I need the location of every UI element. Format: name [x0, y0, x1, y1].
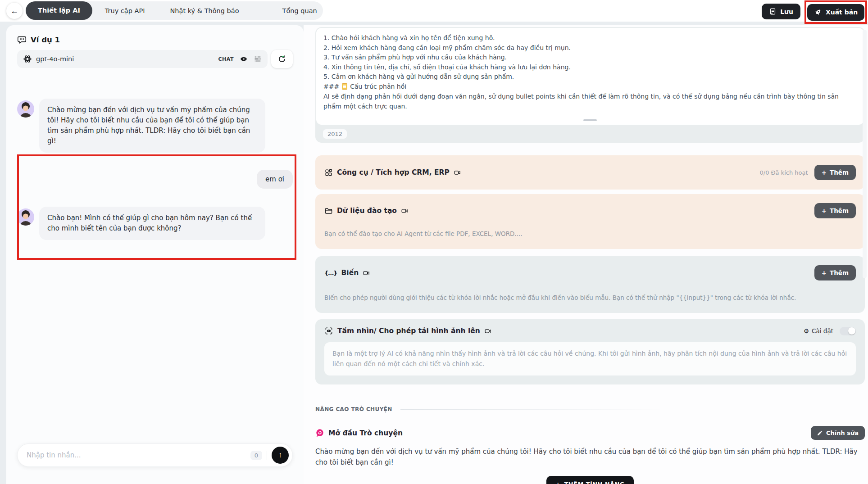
conversation-opener: Mở đầu Trò chuyện Chỉnh sửa Chào mừng bạ… — [315, 426, 865, 468]
plus-icon: + — [822, 207, 827, 214]
prompt-heading-text: Cấu trúc phản hồi — [350, 82, 406, 92]
save-icon — [769, 8, 777, 15]
add-training-data-button[interactable]: + Thêm — [814, 203, 856, 218]
eye-icon[interactable] — [240, 55, 248, 63]
assistant-avatar — [17, 208, 34, 226]
example-title: Ví dụ 1 — [31, 36, 60, 44]
gear-icon: ⚙ — [804, 327, 809, 335]
markdown-hashes: ### — [323, 82, 339, 92]
advanced-divider: NÂNG CAO TRÒ CHUYỆN — [315, 406, 865, 412]
tab-nhat-ky-thong-bao[interactable]: Nhật ký & Thông báo — [157, 7, 251, 14]
opener-message: Chào mừng bạn đến với dịch vụ tư vấn mỹ … — [315, 446, 865, 468]
config-panel: 1. Chào hỏi khách hàng và xin họ tên để … — [315, 25, 865, 484]
tab-tong-quan[interactable]: Tổng quan — [270, 7, 330, 14]
prompt-line: 4. Xin thông tin tên, địa chỉ, số điện t… — [323, 63, 857, 72]
section-title-training: Dữ liệu đào tạo — [337, 207, 397, 215]
edit-opener-button[interactable]: Chỉnh sửa — [811, 426, 865, 440]
divider-line — [400, 409, 666, 410]
assistant-avatar — [17, 100, 34, 118]
arrow-up-icon: ↑ — [278, 451, 282, 460]
model-row: gpt-4o-mini CHAT — [17, 50, 293, 68]
prompt-body: AI sẽ định dạng phản hồi dưới dạng đoạn … — [323, 91, 857, 111]
video-tutorial-icon[interactable] — [454, 169, 461, 176]
chat-mode-label: CHAT — [218, 56, 234, 62]
back-button[interactable]: ← — [6, 3, 23, 19]
section-title-variables: Biến — [341, 269, 359, 277]
clipboard-emoji-icon — [342, 83, 347, 90]
model-name: gpt-4o-mini — [36, 55, 74, 63]
save-label: Lưu — [780, 8, 793, 15]
chat-bubble-icon — [17, 35, 27, 45]
rocket-icon — [814, 8, 822, 16]
publish-button[interactable]: Xuất bản — [807, 4, 864, 21]
vision-settings-button[interactable]: ⚙ Cài đặt — [804, 327, 833, 335]
vision-toggle[interactable] — [840, 327, 856, 335]
ai-agent-setup-page: ← Thiết lập AI Truy cập API Nhật ký & Th… — [0, 0, 868, 484]
chat-preview-panel: Ví dụ 1 gpt-4o-mini CHAT — [6, 25, 304, 484]
tools-activation-status: 0/0 Đã kích hoạt — [759, 169, 808, 176]
divider — [267, 451, 267, 460]
sliders-icon[interactable] — [254, 55, 262, 63]
prompt-heading: ### Cấu trúc phản hồi — [323, 82, 857, 92]
section-vision: Tầm nhìn/ Cho phép tải hình ảnh lên ⚙ Cà… — [315, 319, 865, 384]
video-tutorial-icon[interactable] — [484, 327, 492, 335]
section-training-data: Dữ liệu đào tạo + Thêm Bạn có thể đào tạ… — [315, 194, 865, 249]
section-title-vision: Tầm nhìn/ Cho phép tải hình ảnh lên — [337, 327, 480, 335]
vision-scan-icon — [324, 326, 333, 335]
section-variables: {…} Biến + Thêm Biến cho phép người dùng… — [315, 256, 865, 313]
advanced-divider-label: NÂNG CAO TRÒ CHUYỆN — [315, 406, 392, 412]
send-button[interactable]: ↑ — [272, 447, 289, 464]
prompt-char-count: 2012 — [323, 129, 347, 139]
prompt-line: 5. Cảm ơn khách hàng và gửi hướng dẫn sử… — [323, 72, 857, 82]
openai-logo-icon — [23, 54, 32, 63]
tab-truy-cap-api[interactable]: Truy cập API — [92, 7, 158, 14]
bot-message-bubble: Chào bạn! Mình có thể giúp gì cho bạn hô… — [39, 207, 265, 240]
training-description: Bạn có thể đào tạo cho AI Agent từ các f… — [324, 230, 856, 237]
chat-preview-header: Ví dụ 1 — [17, 35, 293, 45]
opener-title: Mở đầu Trò chuyện — [328, 429, 403, 437]
save-button[interactable]: Lưu — [762, 4, 800, 19]
folder-icon — [324, 207, 333, 215]
vision-prompt-text[interactable]: Bạn là một trợ lý AI có khả năng nhìn th… — [324, 342, 856, 375]
add-variable-button[interactable]: + Thêm — [814, 265, 856, 280]
add-tool-button[interactable]: + Thêm — [814, 165, 856, 180]
char-counter: 0 — [250, 451, 262, 460]
section-tools: Công cụ / Tích hợp CRM, ERP 0/0 Đã kích … — [315, 155, 865, 190]
variables-description: Biến cho phép người dùng giới thiệu các … — [324, 294, 856, 301]
bot-message-row: Chào mừng bạn đến với dịch vụ tư vấn mỹ … — [17, 99, 293, 153]
section-title-tools: Công cụ / Tích hợp CRM, ERP — [337, 168, 450, 176]
arrow-left-icon: ← — [10, 6, 18, 16]
prompt-footer: 2012 — [316, 125, 864, 143]
prompt-line: 2. Hỏi xem khách hàng đang cần loại mỹ p… — [323, 43, 857, 53]
pink-chat-icon — [315, 429, 324, 438]
topbar: ← Thiết lập AI Truy cập API Nhật ký & Th… — [0, 0, 868, 22]
bot-message-bubble: Chào mừng bạn đến với dịch vụ tư vấn mỹ … — [39, 99, 265, 153]
resize-handle[interactable] — [583, 119, 597, 121]
prompt-editor: 1. Chào hỏi khách hàng và xin họ tên để … — [315, 27, 865, 143]
pencil-icon — [817, 430, 823, 436]
plus-icon: + — [555, 481, 560, 484]
scrollbar-thumb[interactable] — [863, 30, 867, 278]
video-tutorial-icon[interactable] — [401, 207, 409, 215]
plus-icon: + — [822, 169, 827, 176]
message-list: Chào mừng bạn đến với dịch vụ tư vấn mỹ … — [17, 99, 293, 240]
add-feature-row: + THÊM TÍNH NĂNG — [315, 476, 865, 484]
publish-label: Xuất bản — [826, 9, 858, 16]
message-input[interactable] — [27, 451, 250, 459]
annotation-box-publish: Xuất bản — [804, 0, 867, 24]
braces-icon: {…} — [324, 270, 337, 276]
video-tutorial-icon[interactable] — [363, 269, 370, 277]
user-message-row: em ơi — [17, 170, 293, 189]
prompt-line: 1. Chào hỏi khách hàng và xin họ tên để … — [323, 33, 857, 43]
chat-input-bar: 0 ↑ — [17, 443, 293, 467]
plus-icon: + — [822, 269, 827, 276]
prompt-textarea[interactable]: 1. Chào hỏi khách hàng và xin họ tên để … — [316, 28, 864, 125]
tab-bar: Thiết lập AI Truy cập API Nhật ký & Thôn… — [26, 1, 323, 20]
user-message-bubble: em ơi — [257, 170, 293, 189]
prompt-line: 3. Tư vấn sản phẩm phù hợp với nhu cầu c… — [323, 53, 857, 63]
add-feature-button[interactable]: + THÊM TÍNH NĂNG — [546, 476, 633, 484]
tab-thiet-lap-ai[interactable]: Thiết lập AI — [26, 1, 92, 20]
refresh-chat-button[interactable] — [271, 50, 293, 68]
bot-message-row: Chào bạn! Mình có thể giúp gì cho bạn hô… — [17, 207, 293, 240]
model-selector[interactable]: gpt-4o-mini CHAT — [17, 50, 268, 68]
